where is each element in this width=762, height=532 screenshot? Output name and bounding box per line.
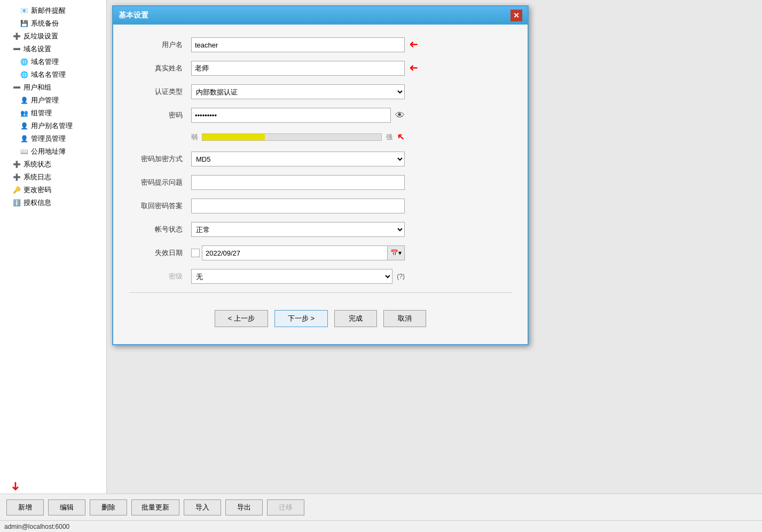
encrypt-select[interactable]: MD5 SHA1 明文 (191, 152, 405, 166)
dialog-basic-settings: 基本设置 ✕ 用户名 ➜ 真实姓名 ➜ 认证类型 内部数据认证 (112, 5, 529, 345)
strength-bar-bg (202, 133, 382, 141)
dialog-titlebar: 基本设置 ✕ (113, 6, 528, 25)
strength-row: 弱 强 ➜ (129, 131, 512, 143)
arrow-strength: ➜ (394, 130, 408, 144)
new-button[interactable]: 新增 (6, 499, 44, 515)
pw-row: 👁 (191, 108, 405, 123)
strength-bar-container: 弱 强 ➜ (191, 131, 405, 143)
sidebar-item-users-groups[interactable]: ➖ 用户和组 (0, 81, 106, 94)
sidebar-item-label: 域名设置 (23, 44, 51, 54)
sidebar-item-admin-mgmt[interactable]: 👤 管理员管理 (0, 132, 106, 145)
answer-label: 取回密码答案 (129, 201, 183, 211)
answer-row: 取回密码答案 (129, 198, 512, 213)
password-label: 密码 (129, 110, 183, 120)
sidebar-item-label: 域名名管理 (31, 70, 66, 80)
export-button[interactable]: 导出 (225, 499, 263, 515)
prev-button[interactable]: < 上一步 (215, 310, 268, 327)
next-button[interactable]: 下一步 > (274, 310, 328, 327)
sidebar-item-change-pwd[interactable]: 🔑 更改密码 (0, 184, 106, 196)
date-checkbox[interactable] (191, 249, 200, 257)
auth-type-control: 内部数据认证 LDAP认证 (191, 84, 405, 99)
eye-icon[interactable]: 👁 (395, 110, 405, 121)
sidebar-item-anti-spam[interactable]: ➕ 反垃圾设置 (0, 30, 106, 43)
sidebar-item-label: 公用地址簿 (31, 147, 66, 156)
realname-label: 真实姓名 (129, 63, 183, 73)
dialog-close-button[interactable]: ✕ (510, 10, 522, 21)
batch-update-button[interactable]: 批量更新 (131, 499, 179, 515)
import-button[interactable]: 导入 (184, 499, 221, 515)
user-icon: 👤 (19, 96, 29, 105)
password-input[interactable] (191, 108, 391, 123)
calendar-button[interactable]: 📅▾ (388, 245, 405, 260)
encrypt-label: 密码加密方式 (129, 154, 183, 164)
delete-button[interactable]: 删除 (90, 499, 127, 515)
encrypt-row: 密码加密方式 MD5 SHA1 明文 (129, 152, 512, 166)
date-row: 📅▾ (191, 245, 405, 260)
arrow-new-btn: ➜ (9, 481, 22, 491)
hint-input[interactable] (191, 175, 405, 190)
sidebar-item-public-addr[interactable]: 📖 公用地址簿 (0, 145, 106, 158)
username-input[interactable] (191, 37, 405, 52)
auth-type-select[interactable]: 内部数据认证 LDAP认证 (191, 84, 405, 99)
strength-weak-label: 弱 (191, 133, 198, 142)
sidebar: 📧 新邮件提醒 💾 系统备份 ➕ 反垃圾设置 ➖ 域名设置 🌐 域名管理 🌐 域… (0, 0, 107, 532)
secret-select[interactable]: 无 秘密 机密 绝密 (191, 269, 392, 284)
arrow-username: ➜ (409, 38, 418, 51)
group-icon: 👥 (19, 108, 29, 118)
minus2-icon: ➖ (12, 83, 21, 92)
date-input[interactable] (202, 245, 388, 260)
sidebar-item-sys-log[interactable]: ➕ 系统日志 (0, 171, 106, 184)
secret-control: 无 秘密 机密 绝密 (?) (191, 269, 405, 284)
sidebar-item-label: 反垃圾设置 (23, 31, 58, 41)
realname-control (191, 61, 405, 76)
expire-date-label: 失效日期 (129, 248, 183, 258)
account-status-control: 正常 禁用 (191, 222, 405, 237)
dialog-divider (129, 292, 512, 293)
auth-type-row: 认证类型 内部数据认证 LDAP认证 (129, 84, 512, 99)
dialog-body: 用户名 ➜ 真实姓名 ➜ 认证类型 内部数据认证 LDAP认证 (113, 25, 528, 344)
secret-label: 密级 (129, 272, 183, 281)
help-button[interactable]: (?) (397, 273, 405, 280)
sidebar-item-user-alias-mgmt[interactable]: 👤 用户别名管理 (0, 120, 106, 132)
book-icon: 📖 (19, 147, 29, 156)
answer-control (191, 198, 405, 213)
strength-strong-label: 强 (386, 133, 392, 142)
edit-button[interactable]: 编辑 (48, 499, 85, 515)
sidebar-item-label: 系统状态 (23, 160, 51, 169)
plus-icon: ➕ (12, 31, 21, 41)
sidebar-item-system-backup[interactable]: 💾 系统备份 (0, 17, 106, 30)
minus-icon: ➖ (12, 44, 21, 54)
hint-row: 密码提示问题 (129, 175, 512, 190)
username-label: 用户名 (129, 40, 183, 50)
sidebar-item-label: 用户别名管理 (31, 121, 73, 131)
sidebar-item-sys-status[interactable]: ➕ 系统状态 (0, 158, 106, 171)
username-control (191, 37, 405, 52)
sidebar-item-auth-info[interactable]: ℹ️ 授权信息 (0, 196, 106, 209)
sidebar-item-label: 系统日志 (23, 172, 51, 182)
sidebar-item-label: 管理员管理 (31, 134, 66, 144)
strength-bar-fill (202, 134, 265, 140)
sidebar-item-user-mgmt[interactable]: 👤 用户管理 (0, 94, 106, 107)
account-status-select[interactable]: 正常 禁用 (191, 222, 405, 237)
sidebar-item-domain-name-mgmt[interactable]: 🌐 域名名管理 (0, 68, 106, 81)
cancel-button[interactable]: 取消 (383, 310, 426, 327)
status-text: admin@localhost:6000 (4, 523, 69, 530)
realname-input[interactable] (191, 61, 405, 76)
encrypt-control: MD5 SHA1 明文 (191, 152, 405, 166)
sidebar-item-label: 域名管理 (31, 57, 59, 67)
account-status-label: 帐号状态 (129, 225, 183, 234)
sidebar-item-domain-mgmt[interactable]: 🌐 域名管理 (0, 55, 106, 68)
sidebar-item-label: 组管理 (31, 108, 52, 118)
dialog-footer: < 上一步 下一步 > 完成 取消 (129, 301, 512, 331)
sidebar-item-group-mgmt[interactable]: 👥 组管理 (0, 107, 106, 120)
expire-date-control: 📅▾ (191, 245, 405, 260)
answer-input[interactable] (191, 198, 405, 213)
migrate-button[interactable]: 迁移 (267, 499, 304, 515)
sidebar-item-new-mail-alert[interactable]: 📧 新邮件提醒 (0, 4, 106, 17)
sidebar-item-label: 用户管理 (31, 96, 59, 105)
sidebar-item-domain-settings[interactable]: ➖ 域名设置 (0, 43, 106, 55)
dialog-title: 基本设置 (119, 11, 148, 20)
finish-button[interactable]: 完成 (334, 310, 377, 327)
secret-row: 密级 无 秘密 机密 绝密 (?) (129, 269, 512, 284)
mail-icon: 📧 (19, 6, 29, 15)
